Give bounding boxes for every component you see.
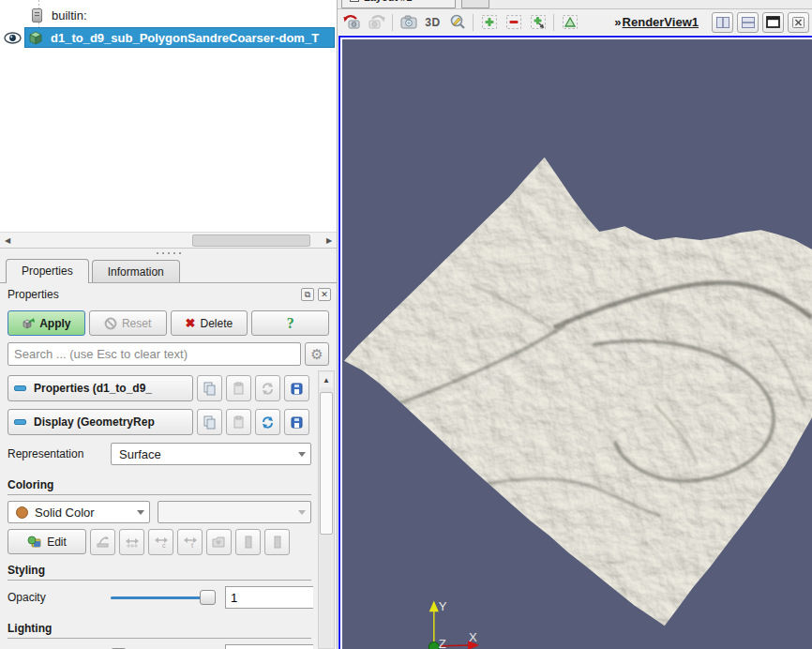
scroll-left-arrow-icon[interactable]: ◀ <box>0 234 15 248</box>
pipeline-horizontal-scrollbar[interactable]: ◀ ▶ <box>0 232 337 248</box>
split-horizontal-button[interactable] <box>712 12 733 33</box>
layout-tab-icon <box>350 0 359 2</box>
visibility-eye-icon[interactable] <box>0 32 24 44</box>
refresh-icon <box>261 415 275 430</box>
close-x-icon <box>792 17 804 28</box>
paste-display-button[interactable] <box>226 409 251 435</box>
opacity-row: Opacity <box>8 586 311 609</box>
scrollbar-thumb[interactable] <box>320 392 333 535</box>
chevrons-icon: » <box>614 15 621 29</box>
reset-properties-button[interactable] <box>255 375 280 401</box>
reset-button[interactable]: Reset <box>89 310 167 336</box>
dock-tab-bar: Properties Information <box>0 258 337 283</box>
split-vertical-button[interactable] <box>737 12 759 33</box>
render-view-toolbar: 3D <box>338 9 812 35</box>
opacity-value-input[interactable] <box>225 586 313 609</box>
camera-icon <box>400 15 417 29</box>
color-legend-column2-button[interactable] <box>264 529 290 555</box>
paste-properties-button[interactable] <box>226 375 251 401</box>
chevron-down-icon <box>137 510 144 515</box>
selection-triangle-button[interactable] <box>558 11 581 34</box>
split-vertical-icon <box>742 17 755 28</box>
color-component-combobox[interactable] <box>158 501 311 523</box>
render-view-frame: Y X Z <box>338 35 812 649</box>
reset-display-button[interactable] <box>255 409 280 435</box>
specular-row: Specular <box>8 644 311 649</box>
source-cube-icon <box>28 30 43 45</box>
selection-subtract-button[interactable] <box>502 11 525 34</box>
splitter-dots <box>153 251 185 255</box>
properties-section-header[interactable]: Properties (d1_to_d9_ <box>8 375 193 401</box>
panel-splitter-handle[interactable] <box>0 249 337 258</box>
close-view-button[interactable] <box>788 12 809 33</box>
delete-button[interactable]: ✖ Delete <box>171 310 248 336</box>
zoom-to-data-button[interactable] <box>445 11 469 34</box>
dock-float-button[interactable]: ⧉ <box>301 288 314 301</box>
render-view-title[interactable]: » RenderView1 <box>614 15 699 29</box>
help-button[interactable]: ? <box>251 310 329 336</box>
view-area: Layout #1 + <box>338 0 812 649</box>
copy-display-button[interactable] <box>197 409 222 435</box>
magnifier-pencil-icon <box>449 14 466 30</box>
save-properties-button[interactable] <box>284 375 309 401</box>
chevron-down-icon <box>298 452 306 457</box>
copy-properties-button[interactable] <box>197 375 222 401</box>
specular-value-input[interactable] <box>225 644 313 649</box>
search-row: ⚙ <box>0 340 337 370</box>
capture-screenshot-button[interactable] <box>397 11 420 34</box>
scalar-bar-edit-button[interactable] <box>90 529 115 555</box>
properties-section-label: Properties (d1_to_d9_ <box>34 382 152 395</box>
render-viewport[interactable]: Y X Z <box>342 39 812 649</box>
pipeline-item-row[interactable]: d1_to_d9_sub_PolygonSandreCoarser-dom_T <box>0 27 335 48</box>
selection-add-move-button[interactable] <box>526 11 549 34</box>
dock-close-button[interactable]: ✕ <box>318 288 331 301</box>
edit-color-icon <box>27 536 41 548</box>
delete-x-icon: ✖ <box>186 316 196 330</box>
rescale-data-range-button[interactable] <box>119 529 144 555</box>
pipeline-item-selected[interactable]: d1_to_d9_sub_PolygonSandreCoarser-dom_T <box>24 27 335 48</box>
color-array-combobox[interactable]: Solid Color <box>8 501 150 523</box>
collapse-minus-icon <box>14 385 26 391</box>
dock-title-bar: Properties ⧉ ✕ <box>0 283 337 306</box>
opacity-slider[interactable] <box>111 589 216 606</box>
representation-combobox[interactable]: Surface <box>111 443 311 465</box>
paraview-window: builtin: d1_to_d9_sub_Poly <box>0 0 812 649</box>
plus-icon: + <box>473 0 478 3</box>
camera-undo-button[interactable] <box>340 11 364 34</box>
display-section-header[interactable]: Display (GeometryRep <box>8 409 193 435</box>
rescale-temporal-button[interactable]: t <box>177 529 203 555</box>
server-icon <box>32 8 42 23</box>
tab-information[interactable]: Information <box>92 260 180 283</box>
color-legend-column-button[interactable] <box>235 529 261 555</box>
slider-handle[interactable] <box>200 590 216 605</box>
collapse-minus-icon <box>14 419 26 425</box>
selection-add-button[interactable] <box>477 11 501 34</box>
maximize-view-button[interactable] <box>762 12 784 33</box>
toolbar-separator <box>392 14 393 31</box>
triangle-box-icon <box>562 14 579 30</box>
scrollbar-thumb[interactable] <box>192 234 310 247</box>
choose-preset-button[interactable] <box>206 529 232 555</box>
solid-color-swatch-icon <box>16 506 28 519</box>
tab-properties[interactable]: Properties <box>6 259 89 283</box>
color-edit-row: Edit <box>8 529 311 554</box>
properties-vertical-scrollbar[interactable]: ▲ <box>318 370 335 649</box>
layout-tab[interactable]: Layout #1 <box>341 0 456 8</box>
toggle-2d3d-button[interactable]: 3D <box>421 11 444 34</box>
scroll-up-arrow-icon[interactable]: ▲ <box>320 372 333 387</box>
edit-color-button[interactable]: Edit <box>8 529 86 554</box>
apply-label: Apply <box>39 317 70 330</box>
layout-tab-bar: Layout #1 + <box>338 0 812 9</box>
properties-scroll-area: Properties (d1_to_d9_ <box>0 370 337 649</box>
properties-content: Properties (d1_to_d9_ <box>0 370 313 649</box>
apply-button[interactable]: Apply <box>8 310 85 336</box>
pipeline-server-row[interactable]: builtin: <box>0 6 335 24</box>
save-display-button[interactable] <box>284 409 309 435</box>
camera-redo-button[interactable] <box>365 11 388 34</box>
delete-label: Delete <box>200 317 233 330</box>
new-layout-tab-button[interactable]: + <box>461 0 489 8</box>
rescale-custom-range-button[interactable]: c <box>148 529 173 555</box>
scroll-right-arrow-icon[interactable]: ▶ <box>322 234 337 248</box>
search-input[interactable] <box>8 342 301 366</box>
search-options-button[interactable]: ⚙ <box>305 342 329 366</box>
